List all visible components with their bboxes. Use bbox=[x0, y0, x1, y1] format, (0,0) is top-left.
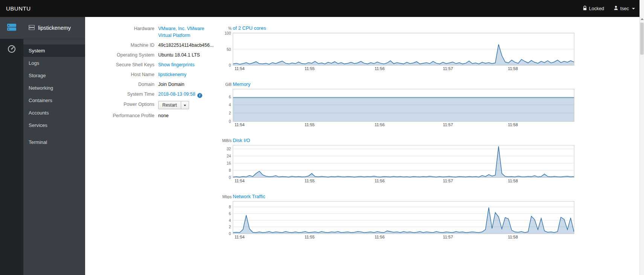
top-navbar: UBUNTU Locked tsec bbox=[0, 0, 644, 17]
power-options-label: Power Options bbox=[94, 101, 158, 109]
hardware-label: Hardware bbox=[94, 25, 158, 39]
ssh-keys-label: Secure Shell Keys bbox=[94, 61, 158, 68]
x-axis-tick-label: 11:58 bbox=[508, 66, 518, 71]
disk-io-unit-label: MiB/s bbox=[222, 139, 233, 143]
scroll-up-arrow-icon[interactable] bbox=[641, 18, 644, 20]
y-axis-tick-label: 0 bbox=[229, 119, 231, 124]
y-axis-tick-label: 0 bbox=[229, 232, 231, 236]
server-icon bbox=[7, 23, 17, 33]
host-name-label: Host Name bbox=[94, 71, 158, 78]
info-row-domain: Domain Join Domain bbox=[94, 81, 222, 88]
x-axis-tick-label: 11:57 bbox=[443, 235, 453, 239]
host-server-button[interactable] bbox=[0, 17, 23, 39]
memory-x-axis: 11:5411:5511:5611:5711:58 bbox=[233, 122, 574, 128]
host-small-icon bbox=[29, 25, 35, 31]
x-axis-tick-label: 11:54 bbox=[235, 122, 245, 127]
hostname-label: lipstickenemy bbox=[38, 25, 71, 31]
x-axis-tick-label: 11:58 bbox=[508, 122, 518, 127]
sidebar-item-containers[interactable]: Containers bbox=[23, 94, 85, 107]
x-axis-tick-label: 11:54 bbox=[235, 66, 245, 71]
x-axis-tick-label: 11:54 bbox=[235, 235, 245, 239]
brand-logo: UBUNTU bbox=[6, 5, 31, 12]
os-value: Ubuntu 18.04.1 LTS bbox=[158, 52, 200, 58]
restart-button[interactable]: Restart bbox=[158, 101, 181, 109]
topbar-right-group: Locked tsec bbox=[583, 6, 635, 12]
info-row-os: Operating System Ubuntu 18.04.1 LTS bbox=[94, 52, 222, 58]
network-x-axis: 11:5411:5511:5611:5711:58 bbox=[233, 235, 574, 241]
sidebar-item-system[interactable]: System bbox=[23, 44, 85, 57]
network-chart-block: Mbps Network Traffic 02468 11:5411:5511:… bbox=[222, 194, 574, 241]
main-content: Hardware VMware, Inc. VMware Virtual Pla… bbox=[85, 17, 644, 275]
y-axis-tick-label: 2 bbox=[229, 111, 231, 115]
join-domain-link[interactable]: Join Domain bbox=[158, 81, 184, 88]
sidebar-item-storage[interactable]: Storage bbox=[23, 69, 85, 82]
x-axis-tick-label: 11:58 bbox=[508, 235, 518, 239]
scrollbar-thumb[interactable] bbox=[640, 23, 644, 55]
lock-icon bbox=[583, 6, 587, 12]
y-axis-tick-label: 6 bbox=[229, 95, 231, 99]
chevron-down-icon bbox=[184, 105, 186, 106]
info-row-system-time: System Time 2018-08-13 09:58 bbox=[94, 91, 222, 98]
system-info-panel: Hardware VMware, Inc. VMware Virtual Pla… bbox=[94, 25, 222, 275]
y-axis-tick-label: 100 bbox=[224, 31, 231, 35]
x-axis-tick-label: 11:57 bbox=[443, 66, 453, 71]
sidebar-hostname[interactable]: lipstickenemy bbox=[23, 17, 85, 39]
info-row-hardware: Hardware VMware, Inc. VMware Virtual Pla… bbox=[94, 25, 222, 39]
x-axis-tick-label: 11:55 bbox=[305, 122, 315, 127]
y-axis-tick-label: 32 bbox=[227, 147, 231, 151]
system-time-link[interactable]: 2018-08-13 09:58 bbox=[158, 92, 195, 97]
network-traffic-chart bbox=[233, 201, 574, 234]
vertical-scrollbar[interactable] bbox=[639, 0, 644, 275]
cpu-chart-title[interactable]: of 2 CPU cores bbox=[233, 25, 266, 31]
memory-usage-chart bbox=[233, 89, 574, 122]
performance-profile-label: Performance Profile bbox=[94, 112, 158, 119]
disk-io-chart-block: MiB/s Disk I/O 08162432 11:5411:5511:561… bbox=[222, 138, 574, 185]
y-axis-tick-label: 8 bbox=[229, 205, 231, 209]
machine-id-label: Machine ID bbox=[94, 42, 158, 49]
x-axis-tick-label: 11:56 bbox=[375, 235, 385, 239]
lock-indicator[interactable]: Locked bbox=[583, 6, 604, 12]
chevron-down-icon bbox=[632, 8, 635, 9]
y-axis-tick-label: 16 bbox=[227, 161, 231, 165]
disk-io-chart bbox=[233, 145, 574, 178]
charts-panel: % of 2 CPU cores 050100 11:5411:5511:561… bbox=[222, 25, 574, 275]
power-split-button: Restart bbox=[158, 101, 189, 109]
sidebar-item-accounts[interactable]: Accounts bbox=[23, 107, 85, 119]
info-row-power-options: Power Options Restart bbox=[94, 101, 222, 109]
time-info-icon[interactable] bbox=[197, 93, 202, 98]
x-axis-tick-label: 11:57 bbox=[443, 179, 453, 183]
disk-io-x-axis: 11:5411:5511:5611:5711:58 bbox=[233, 179, 574, 185]
x-axis-tick-label: 11:55 bbox=[305, 179, 315, 183]
y-axis-tick-label: 8 bbox=[229, 168, 231, 173]
memory-chart-block: GiB Memory 0246 11:5411:5511:5611:5711:5… bbox=[222, 81, 574, 128]
y-axis-tick-label: 2 bbox=[229, 225, 231, 229]
os-label: Operating System bbox=[94, 52, 158, 58]
sidebar-item-networking[interactable]: Networking bbox=[23, 82, 85, 94]
hardware-link[interactable]: VMware, Inc. VMware Virtual Platform bbox=[158, 25, 218, 39]
power-options-caret-button[interactable] bbox=[181, 101, 189, 109]
sidebar-item-terminal[interactable]: Terminal bbox=[23, 136, 85, 148]
sidebar-item-logs[interactable]: Logs bbox=[23, 57, 85, 69]
dashboard-button[interactable] bbox=[0, 39, 23, 61]
host-name-link[interactable]: lipstickenemy bbox=[158, 72, 186, 77]
memory-y-axis: 0246 bbox=[222, 89, 233, 122]
x-axis-tick-label: 11:58 bbox=[508, 179, 518, 183]
cpu-unit-label: % bbox=[222, 26, 233, 31]
x-axis-tick-label: 11:55 bbox=[305, 235, 315, 239]
y-axis-tick-label: 0 bbox=[229, 63, 231, 67]
x-axis-tick-label: 11:56 bbox=[375, 179, 385, 183]
y-axis-tick-label: 4 bbox=[229, 218, 231, 223]
show-fingerprints-link[interactable]: Show fingerprints bbox=[158, 62, 195, 67]
domain-label: Domain bbox=[94, 81, 158, 88]
performance-profile-value[interactable]: none bbox=[158, 112, 169, 119]
sidebar-nav: System Logs Storage Networking Container… bbox=[23, 39, 85, 148]
y-axis-tick-label: 6 bbox=[229, 212, 231, 216]
network-chart-title[interactable]: Network Traffic bbox=[233, 194, 265, 199]
sidebar-item-services[interactable]: Services bbox=[23, 119, 85, 131]
info-row-ssh-keys: Secure Shell Keys Show fingerprints bbox=[94, 61, 222, 68]
x-axis-tick-label: 11:57 bbox=[443, 122, 453, 127]
disk-io-chart-title[interactable]: Disk I/O bbox=[233, 138, 250, 143]
user-menu[interactable]: tsec bbox=[614, 6, 635, 11]
memory-chart-title[interactable]: Memory bbox=[233, 81, 250, 87]
memory-unit-label: GiB bbox=[222, 82, 233, 87]
